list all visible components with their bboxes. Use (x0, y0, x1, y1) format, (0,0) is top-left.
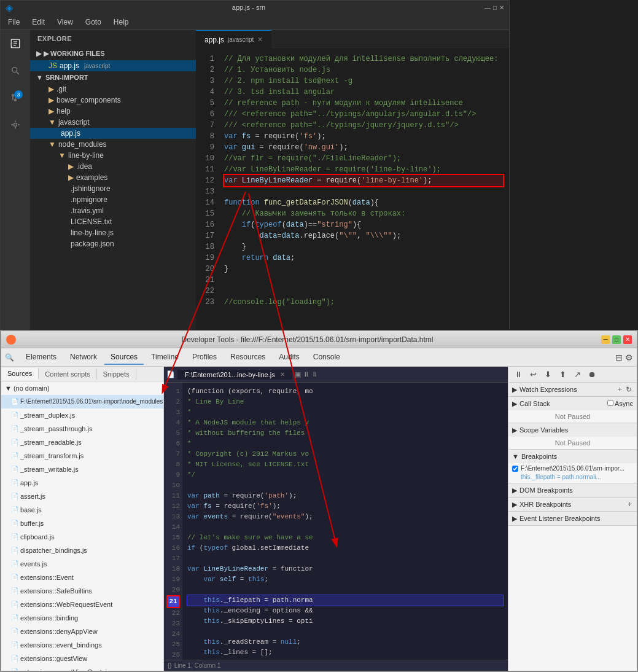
project-title[interactable]: ▼ SRN-IMPORT (30, 71, 196, 84)
tree-javascript[interactable]: ▼ javascript (30, 117, 196, 128)
tree-stream-passthrough[interactable]: 📄 _stream_passthrough.js (1, 422, 163, 436)
code-text-area[interactable]: // Для установки модулей для intellisens… (218, 49, 509, 331)
menu-view[interactable]: View (55, 17, 76, 28)
cp-line-1: (function (exports, require, mo (187, 386, 503, 397)
dt-nav-network[interactable]: Network (64, 350, 103, 365)
watch-expressions-header[interactable]: ▶ Watch Expressions + ↻ (508, 383, 637, 396)
tree-git[interactable]: ▶ .git (30, 84, 196, 95)
xhr-breakpoints-header[interactable]: ▶ XHR Breakpoints + (508, 498, 637, 511)
scope-variables-header[interactable]: ▶ Scope Variables (508, 423, 637, 437)
dt-nav-timeline[interactable]: Timeline (145, 350, 185, 365)
tree-clipboard[interactable]: 📄 clipboard.js (1, 530, 163, 544)
async-checkbox[interactable] (607, 400, 613, 406)
sources-tree[interactable]: ▼ (no domain) 📄 F:\Enternet\2015\15.06.0… (1, 381, 163, 671)
devtools-search-icon[interactable]: 🔍 (5, 352, 16, 363)
watch-refresh-btn[interactable]: ↻ (624, 385, 633, 394)
tree-travis[interactable]: .travis.yml (30, 205, 196, 216)
devtools-maximize[interactable]: □ (612, 335, 621, 344)
tree-file-lbl[interactable]: 📄 F:\Enternet\2015\15.06.01\srn-import\n… (1, 395, 163, 408)
activity-explorer[interactable] (7, 35, 24, 52)
debugger-pause-btn[interactable]: ⏸ (512, 369, 524, 381)
debugger-step-over[interactable]: ⬇ (542, 369, 554, 381)
tree-jshintignore[interactable]: .jshintignore (30, 183, 196, 194)
debugger-step-into[interactable]: ⬆ (556, 369, 569, 381)
menu-help[interactable]: Help (111, 17, 131, 28)
tree-buffer[interactable]: 📄 buffer.js (1, 517, 163, 530)
devtools-close[interactable]: ✕ (623, 335, 632, 344)
sources-tab-snippets[interactable]: Snippets (97, 369, 136, 380)
tree-linebyline[interactable]: ▼ line-by-line (30, 150, 196, 161)
tree-examples[interactable]: ▶ examples (30, 172, 196, 183)
tree-npmignore[interactable]: .npmignore (30, 194, 196, 205)
close-icon[interactable]: ✕ (499, 4, 504, 11)
maximize-icon[interactable]: □ (493, 4, 497, 11)
tree-domain[interactable]: ▼ (no domain) (1, 381, 163, 395)
dt-nav-console[interactable]: Console (307, 350, 346, 365)
tree-package[interactable]: package.json (30, 238, 196, 249)
debugger-resume-btn[interactable]: ↩ (527, 369, 539, 381)
code-panel-content[interactable]: 1 2 3 4 5 6 7 8 9 10 11 12 13 14 15 16 1 (164, 383, 508, 660)
activity-git[interactable]: 3 (7, 89, 24, 106)
code-tab-close[interactable]: ✕ (280, 371, 285, 378)
working-file-appjs[interactable]: JS app.js javascript (30, 60, 196, 71)
tree-base[interactable]: 📄 base.js (1, 503, 163, 517)
tree-ext-guestc[interactable]: 📄 extensions::guestViewContainer (1, 665, 163, 671)
tree-ext-guest[interactable]: 📄 extensions::guestView (1, 652, 163, 665)
debugger-deactivate[interactable]: ⏺ (586, 369, 598, 381)
dt-nav-audits[interactable]: Audits (273, 350, 305, 365)
tab-close-icon[interactable]: ✕ (257, 36, 263, 44)
tree-ext-event[interactable]: 📄 extensions::Event (1, 571, 163, 584)
activity-debug[interactable] (7, 116, 24, 133)
activity-search[interactable] (7, 62, 24, 79)
tree-ext-safe[interactable]: 📄 extensions::SafeBuiltins (1, 584, 163, 598)
tree-assert[interactable]: 📄 assert.js (1, 490, 163, 503)
tree-license[interactable]: LICENSE.txt (30, 216, 196, 227)
sources-tab-sources[interactable]: Sources (1, 368, 39, 380)
breakpoints-header[interactable]: ▼ Breakpoints (508, 450, 637, 463)
devtools-dock-icon[interactable]: ⊟ (615, 353, 623, 362)
bp-checkbox-1[interactable] (512, 466, 518, 472)
event-listener-breakpoints-header[interactable]: ▶ Event Listener Breakpoints (508, 512, 637, 525)
tree-stream-duplex[interactable]: 📄 _stream_duplex.js (1, 408, 163, 422)
tree-help[interactable]: ▶ help (30, 106, 196, 117)
tree-stream-writable[interactable]: 📄 _stream_writable.js (1, 463, 163, 476)
dt-nav-sources[interactable]: Sources (104, 350, 144, 365)
dom-breakpoints-header[interactable]: ▶ DOM Breakpoints (508, 483, 637, 497)
tree-appjs[interactable]: app.js (30, 128, 196, 139)
minimize-icon[interactable]: — (484, 4, 491, 11)
menu-file[interactable]: File (6, 17, 22, 28)
editor-tab-appjs[interactable]: app.js javascript ✕ (196, 30, 272, 49)
call-stack-header[interactable]: ▶ Call Stack Async (508, 397, 637, 410)
tree-lbl-js[interactable]: line-by-line.js (30, 227, 196, 238)
sources-tab-content[interactable]: Content scripts (39, 369, 96, 380)
code-line-7: /// <reference path="../typings/jquery/j… (224, 120, 503, 131)
tree-ext-web[interactable]: 📄 extensions::WebRequestEvent (1, 598, 163, 611)
working-files-title[interactable]: ▶ ▶ WORKING FILES (30, 47, 196, 60)
dt-nav-elements[interactable]: Elements (20, 350, 63, 365)
devtools-minimize[interactable]: ─ (601, 335, 610, 344)
tree-ext-binding[interactable]: 📄 extensions::binding (1, 611, 163, 625)
tree-idea[interactable]: ▶ .idea (30, 161, 196, 172)
tree-stream-transform[interactable]: 📄 _stream_transform.js (1, 449, 163, 463)
tree-ext-evbind[interactable]: 📄 extensions::event_bindings (1, 638, 163, 652)
xhr-add-btn[interactable]: + (626, 500, 633, 509)
file-icon-ev: 📄 (11, 558, 18, 569)
tree-dispatcher[interactable]: 📄 dispatcher_bindings.js (1, 544, 163, 557)
file-icon-esb: 📄 (11, 585, 18, 596)
tree-ext-deny[interactable]: 📄 extensions::denyAppView (1, 625, 163, 638)
tree-stream-readable[interactable]: 📄 _stream_readable.js (1, 436, 163, 449)
debugger-step-out[interactable]: ↗ (571, 369, 583, 381)
dt-nav-resources[interactable]: Resources (224, 350, 271, 365)
tree-node-modules[interactable]: ▼ node_modules (30, 139, 196, 150)
tree-bower[interactable]: ▶ bower_components (30, 95, 196, 106)
cp-line-17 (187, 553, 503, 564)
devtools-settings-icon[interactable]: ⚙ (625, 353, 633, 362)
watch-add-btn[interactable]: + (617, 385, 623, 394)
menu-edit[interactable]: Edit (29, 17, 47, 28)
code-panel-tab-lbl[interactable]: F:\Enternet\201...ine-by-line.js ✕ (177, 370, 292, 380)
chevron-open-icon: ▼ (36, 74, 43, 81)
tree-app-js[interactable]: 📄 app.js (1, 476, 163, 490)
menu-goto[interactable]: Goto (83, 17, 104, 28)
tree-events[interactable]: 📄 events.js (1, 557, 163, 571)
dt-nav-profiles[interactable]: Profiles (186, 350, 223, 365)
